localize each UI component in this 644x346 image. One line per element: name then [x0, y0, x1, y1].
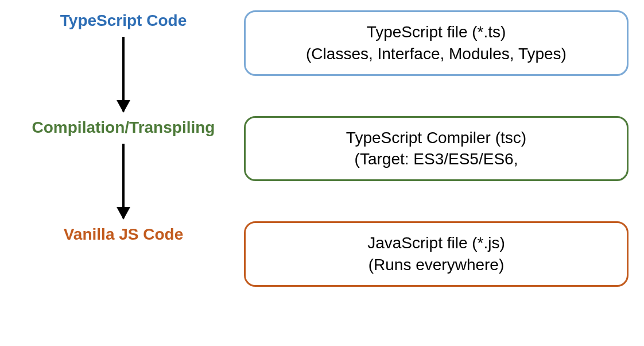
- box1-line2: (Classes, Interface, Modules, Types): [263, 43, 610, 65]
- arrow-2: [122, 144, 125, 218]
- step2-label: Compilation/Transpiling: [17, 118, 230, 137]
- box2-line1: TypeScript Compiler (tsc): [263, 127, 610, 149]
- arrow-1: [122, 37, 125, 112]
- box3-line1: JavaScript file (*.js): [263, 232, 610, 254]
- step1-label: TypeScript Code: [17, 11, 230, 30]
- box3-line2: (Runs everywhere): [263, 254, 610, 276]
- box1-line1: TypeScript file (*.ts): [263, 21, 610, 43]
- left-flow-column: TypeScript Code Compilation/Transpiling …: [17, 11, 230, 244]
- javascript-file-box: JavaScript file (*.js) (Runs everywhere): [244, 221, 629, 287]
- step3-label: Vanilla JS Code: [17, 225, 230, 244]
- right-boxes-column: TypeScript file (*.ts) (Classes, Interfa…: [244, 10, 629, 287]
- typescript-file-box: TypeScript file (*.ts) (Classes, Interfa…: [244, 10, 629, 76]
- compiler-box: TypeScript Compiler (tsc) (Target: ES3/E…: [244, 116, 629, 182]
- box2-line2: (Target: ES3/ES5/ES6,: [263, 148, 610, 170]
